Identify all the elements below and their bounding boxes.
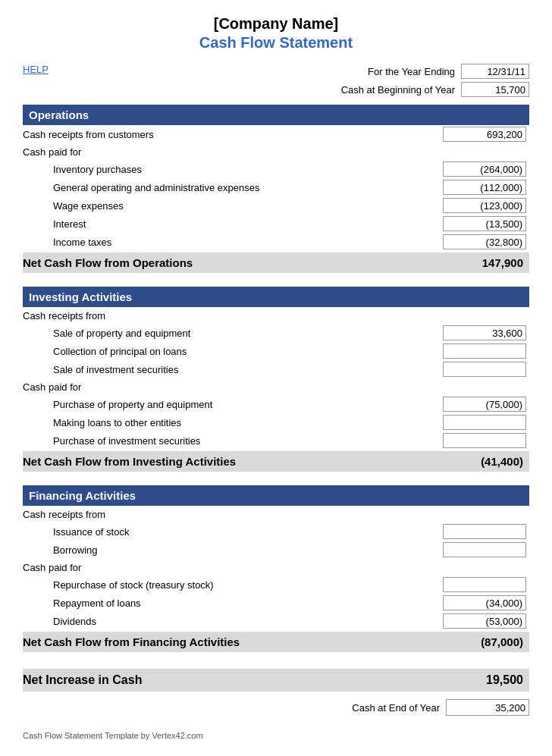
row-label: Cash paid for [23,146,81,158]
cash-beginning-row: Cash at Beginning of Year 15,700 [341,82,529,97]
row-label: Income taxes [23,237,111,248]
row-value[interactable] [443,524,526,539]
investing-header: Investing Activities [23,287,529,307]
row-value[interactable] [443,343,526,359]
operations-header: Operations [23,105,529,125]
year-ending-value[interactable]: 12/31/11 [461,64,529,79]
row-value[interactable] [443,433,526,448]
row-label: Making loans to other entities [23,417,181,428]
row-value[interactable]: 693,200 [443,127,526,142]
row-label: Purchase of investment securities [23,435,200,447]
row-value[interactable]: (34,000) [443,595,526,610]
net-increase-section: Net Increase in Cash 19,500 [23,669,529,692]
operations-body: Cash receipts from customers 693,200 Cas… [23,125,529,251]
row-value[interactable] [443,415,526,430]
row-label: Sale of investment securities [23,364,178,375]
financing-net-label: Net Cash Flow from Financing Activities [23,635,240,648]
row-label: Inventory purchases [23,164,142,175]
financing-body: Cash receipts from Issuance of stock Bor… [23,506,529,630]
row-label: Cash receipts from [23,310,105,322]
table-row: Purchase of investment securities [23,431,529,450]
company-name: [Company Name] [23,15,529,33]
table-row: Interest (13,500) [23,215,529,233]
row-label: Cash paid for [23,562,81,573]
table-row: Sale of investment securities [23,360,529,378]
net-increase-label: Net Increase in Cash [23,673,142,687]
investing-net-value: (41,400) [443,455,526,468]
operations-net-row: Net Cash Flow from Operations 147,900 [23,253,529,273]
help-link[interactable]: HELP [23,64,49,75]
row-value[interactable]: (75,000) [443,397,526,412]
table-row: Income taxes (32,800) [23,233,529,251]
table-row: Collection of principal on loans [23,342,529,360]
financing-header: Financing Activities [23,485,529,506]
operations-net-value: 147,900 [443,256,526,269]
table-row: Cash receipts from [23,506,529,522]
row-label: Borrowing [23,544,98,556]
table-row: Sale of property and equipment 33,600 [23,324,529,342]
row-label: Cash receipts from customers [23,129,154,140]
cash-beginning-value[interactable]: 15,700 [461,82,529,97]
operations-net-label: Net Cash Flow from Operations [23,256,193,269]
row-label: Sale of property and equipment [23,328,190,339]
table-row: Dividends (53,000) [23,612,529,630]
year-ending-row: For the Year Ending 12/31/11 [368,64,529,79]
row-label: Interest [23,218,86,230]
table-row: Cash paid for [23,378,529,395]
net-increase-value: 19,500 [443,673,526,687]
row-value[interactable] [443,577,526,592]
page-header: [Company Name] Cash Flow Statement [23,15,529,52]
investing-net-row: Net Cash Flow from Investing Activities … [23,451,529,472]
investing-net-label: Net Cash Flow from Investing Activities [23,455,236,468]
financing-net-row: Net Cash Flow from Financing Activities … [23,632,529,652]
table-row: Repayment of loans (34,000) [23,594,529,612]
table-row: Cash receipts from [23,307,529,324]
row-label: Repayment of loans [23,598,141,609]
year-ending-label: For the Year Ending [368,66,455,77]
row-value[interactable]: (264,000) [443,162,526,177]
row-label: Collection of principal on loans [23,346,187,357]
row-value[interactable] [443,362,526,377]
table-row: General operating and administrative exp… [23,178,529,196]
statement-title: Cash Flow Statement [23,34,529,52]
row-value[interactable]: (13,500) [443,216,526,231]
row-label: Wage expenses [23,200,124,212]
table-row: Wage expenses (123,000) [23,196,529,215]
table-row: Inventory purchases (264,000) [23,160,529,178]
row-label: Cash receipts from [23,509,105,520]
financing-net-value: (87,000) [443,635,526,648]
investing-section: Investing Activities Cash receipts from … [23,287,529,472]
row-label: Repurchase of stock (treasury stock) [23,579,214,591]
table-row: Issuance of stock [23,522,529,541]
row-label: Issuance of stock [23,526,129,538]
top-info-row: HELP For the Year Ending 12/31/11 Cash a… [23,64,529,97]
row-label: General operating and administrative exp… [23,182,259,193]
cash-end-label: Cash at End of Year [352,702,440,714]
row-value[interactable] [443,542,526,557]
table-row: Cash paid for [23,559,529,576]
investing-body: Cash receipts from Sale of property and … [23,307,529,450]
operations-section: Operations Cash receipts from customers … [23,105,529,273]
row-value[interactable]: (53,000) [443,613,526,629]
row-label: Purchase of property and equipment [23,399,212,410]
row-value[interactable]: 33,600 [443,325,526,340]
row-label: Dividends [23,616,96,627]
table-row: Making loans to other entities [23,413,529,431]
table-row: Repurchase of stock (treasury stock) [23,576,529,594]
financing-section: Financing Activities Cash receipts from … [23,485,529,652]
cash-end-value[interactable]: 35,200 [446,699,529,716]
row-value[interactable]: (32,800) [443,234,526,249]
table-row: Cash receipts from customers 693,200 [23,125,529,143]
table-row: Borrowing [23,541,529,559]
row-value[interactable]: (123,000) [443,198,526,213]
table-row: Purchase of property and equipment (75,0… [23,395,529,413]
row-label: Cash paid for [23,381,81,393]
table-row: Cash paid for [23,143,529,160]
footer-text: Cash Flow Statement Template by Vertex42… [23,731,529,740]
row-value[interactable]: (112,000) [443,180,526,195]
cash-beginning-label: Cash at Beginning of Year [341,84,455,96]
cash-end-row: Cash at End of Year 35,200 [23,699,529,716]
top-right-info: For the Year Ending 12/31/11 Cash at Beg… [341,64,529,97]
